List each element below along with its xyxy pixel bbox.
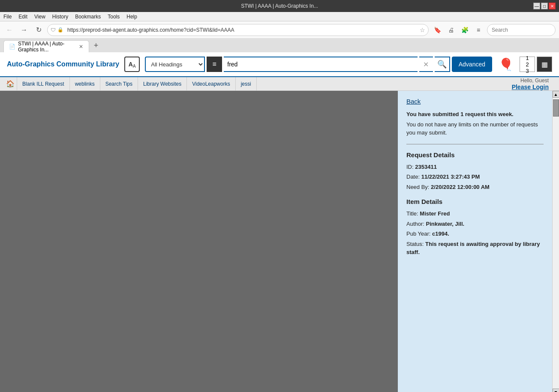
greeting-text: Hello, Guest xyxy=(512,78,549,84)
list-ordered-icon: 123 xyxy=(526,55,529,74)
nav-bar: 🏠 Blank ILL Request weblinks Search Tips… xyxy=(0,77,559,91)
nav-blank-ill[interactable]: Blank ILL Request xyxy=(17,77,70,91)
tab-label: STWI | AAAA | Auto-Graphics In... xyxy=(18,41,76,53)
item-title-row: Title: Mister Fred xyxy=(406,209,544,218)
scrollbar[interactable]: ▲ ▼ xyxy=(552,91,559,392)
library-header: Auto-Graphics Community Library A A All … xyxy=(0,52,559,77)
view-icons: 123 ▦ xyxy=(520,57,552,72)
back-icon: ← xyxy=(6,26,13,34)
tab-bar: 📄 STWI | AAAA | Auto-Graphics In... ✕ + xyxy=(0,39,559,52)
list-view-button[interactable]: 123 xyxy=(520,57,535,72)
library-title: Auto-Graphics Community Library xyxy=(7,60,119,68)
search-clear-button[interactable]: ✕ xyxy=(419,57,433,72)
nav-jessi[interactable]: jessi xyxy=(236,77,257,91)
item-status-row: Status: This request is awaiting approva… xyxy=(406,240,544,257)
scroll-up-arrow[interactable]: ▲ xyxy=(553,91,559,98)
scroll-track xyxy=(553,98,559,389)
item-author-row: Author: Pinkwater, Jill. xyxy=(406,220,544,228)
tab-close-button[interactable]: ✕ xyxy=(78,43,84,50)
home-icon: 🏠 xyxy=(6,80,15,88)
extension-button[interactable]: 🧩 xyxy=(459,24,471,36)
toolbar-icons: 🔖 🖨 🧩 ≡ xyxy=(431,24,484,36)
item-details-title: Item Details xyxy=(406,198,544,205)
tab-favicon: 📄 xyxy=(9,44,15,50)
grid-icon: ▦ xyxy=(541,60,548,69)
refresh-button[interactable]: ↻ xyxy=(33,24,45,36)
request-summary-line1: You have submitted 1 request this week. xyxy=(406,110,544,119)
menu-button[interactable]: ≡ xyxy=(472,24,484,36)
new-tab-button[interactable]: + xyxy=(90,39,102,51)
shield-icon: 🛡 xyxy=(51,27,56,33)
login-area: Hello, Guest Please Login xyxy=(512,78,556,90)
menu-view[interactable]: View xyxy=(31,13,49,21)
menu-history[interactable]: History xyxy=(49,13,72,21)
search-icon: 🔍 xyxy=(437,60,447,69)
forward-button[interactable]: → xyxy=(18,24,30,36)
print-button[interactable]: 🖨 xyxy=(445,24,457,36)
window-titlebar: STWI | AAAA | Auto-Graphics In... — □ ✕ xyxy=(0,0,559,12)
advanced-button[interactable]: Advanced xyxy=(452,57,492,72)
request-needby-row: Need By: 2/20/2022 12:00:00 AM xyxy=(406,183,544,192)
grid-view-button[interactable]: ▦ xyxy=(537,57,552,72)
item-pubyear-row: Pub Year: c1994. xyxy=(406,230,544,238)
nav-weblinks[interactable]: weblinks xyxy=(70,77,100,91)
bookmark-star-icon[interactable]: ☆ xyxy=(420,27,425,33)
back-link[interactable]: Back xyxy=(406,98,544,105)
nav-search-tips[interactable]: Search Tips xyxy=(100,77,138,91)
clear-icon: ✕ xyxy=(423,60,429,69)
request-details-title: Request Details xyxy=(406,151,544,159)
menu-help[interactable]: Help xyxy=(123,13,141,21)
menu-tools[interactable]: Tools xyxy=(104,13,123,21)
scroll-down-arrow[interactable]: ▼ xyxy=(553,389,559,392)
forward-icon: → xyxy=(21,26,27,34)
address-bar-wrap: 🛡 🔒 ☆ xyxy=(47,24,429,36)
pocket-button[interactable]: 🔖 xyxy=(431,24,443,36)
home-nav-button[interactable]: 🏠 xyxy=(3,77,17,91)
request-date-row: Date: 11/22/2021 3:27:43 PM xyxy=(406,173,544,181)
search-input[interactable] xyxy=(224,57,417,72)
window-title: STWI | AAAA | Auto-Graphics In... xyxy=(241,3,318,9)
item-details-section: Item Details Title: Mister Fred Author: … xyxy=(406,198,544,257)
menu-bookmarks[interactable]: Bookmarks xyxy=(72,13,104,21)
nav-library-websites[interactable]: Library Websites xyxy=(138,77,187,91)
right-panel: Back You have submitted 1 request this w… xyxy=(398,91,552,392)
minimize-button[interactable]: — xyxy=(533,3,540,9)
main-content: Back You have submitted 1 request this w… xyxy=(0,91,559,392)
address-input[interactable] xyxy=(47,24,429,36)
search-bar: All Headings Author Title Subject Series… xyxy=(145,57,492,72)
browser-toolbar: ← → ↻ 🛡 🔒 ☆ 🔖 🖨 🧩 ≡ xyxy=(0,21,559,39)
menu-file[interactable]: File xyxy=(0,13,15,21)
translate-icon[interactable]: A A xyxy=(124,57,140,72)
login-link[interactable]: Please Login xyxy=(512,84,549,90)
browser-search-input[interactable] xyxy=(487,24,556,36)
close-button[interactable]: ✕ xyxy=(549,3,556,9)
search-go-button[interactable]: 🔍 xyxy=(435,57,450,72)
nav-videoleapworks[interactable]: VideoLeapworks xyxy=(187,77,236,91)
balloon-icon[interactable]: 🎈 xyxy=(497,56,514,73)
section-divider xyxy=(406,144,544,144)
request-id-row: ID: 2353411 xyxy=(406,163,544,171)
lock-icon: 🔒 xyxy=(57,27,63,33)
browser-menu-bar: File Edit View History Bookmarks Tools H… xyxy=(0,12,559,21)
refresh-icon: ↻ xyxy=(36,26,42,34)
maximize-button[interactable]: □ xyxy=(541,3,548,9)
request-summary-line2: You do not have any limits on the number… xyxy=(406,120,544,137)
left-panel xyxy=(0,91,398,392)
scroll-thumb[interactable] xyxy=(553,99,559,117)
back-button[interactable]: ← xyxy=(3,24,15,36)
window-controls: — □ ✕ xyxy=(533,3,556,9)
search-type-icon[interactable]: ≡ xyxy=(207,57,222,72)
menu-edit[interactable]: Edit xyxy=(15,13,31,21)
heading-select[interactable]: All Headings Author Title Subject Series xyxy=(145,57,205,72)
active-tab[interactable]: 📄 STWI | AAAA | Auto-Graphics In... ✕ xyxy=(3,40,89,52)
